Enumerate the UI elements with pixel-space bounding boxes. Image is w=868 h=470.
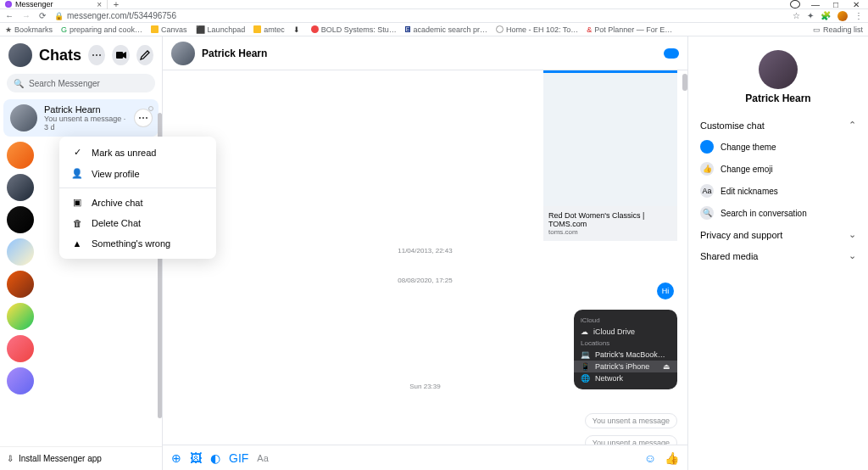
thumbs-up-icon[interactable]: 👍 — [665, 451, 679, 465]
bookmark-item[interactable]: ⬇ — [293, 25, 303, 34]
account-indicator-icon[interactable] — [790, 0, 800, 8]
details-panel: Patrick Hearn Customise chat⌃ Change the… — [688, 36, 868, 470]
menu-report[interactable]: ▲Something's wrong — [59, 233, 216, 254]
address-bar: ← → ⟳ 🔒 messenger.com/t/534496756 ☆ ✦ 🧩 … — [0, 9, 868, 23]
new-tab-button[interactable]: + — [108, 0, 125, 9]
more-options-button[interactable]: ⋯ — [88, 45, 105, 65]
profile-avatar[interactable] — [759, 50, 798, 89]
bookmark-item[interactable]: Home - EH 102: To… — [496, 25, 578, 34]
warning-icon: ▲ — [71, 238, 83, 249]
bookmark-item[interactable]: &Pot Planner — For E… — [587, 25, 672, 34]
menu-mark-unread[interactable]: ✓Mark as unread — [59, 142, 216, 163]
search-input[interactable]: 🔍 Search Messenger — [7, 74, 155, 92]
message-bubble[interactable]: Hi — [657, 283, 674, 299]
option-search-conversation[interactable]: 🔍Search in conversation — [698, 202, 858, 224]
maximize-button[interactable]: □ — [831, 0, 841, 9]
thumb-icon: 👍 — [700, 162, 714, 176]
conversation-item[interactable] — [7, 271, 34, 298]
gif-icon[interactable]: GIF — [229, 451, 248, 465]
menu-icon[interactable]: ⋮ — [854, 11, 863, 20]
reload-button[interactable]: ⟳ — [39, 11, 46, 20]
conversation-more-button[interactable]: ⋯ — [135, 109, 152, 126]
minimize-button[interactable]: — — [810, 0, 821, 9]
browser-tab[interactable]: Messenger × — [0, 0, 108, 9]
conversation-item[interactable] — [7, 174, 34, 201]
emoji-icon[interactable]: ☺ — [644, 451, 656, 465]
back-button[interactable]: ← — [5, 11, 14, 20]
phone-icon: 📱 — [581, 362, 590, 371]
svg-rect-0 — [116, 52, 123, 59]
install-app-button[interactable]: ⇩ Install Messenger app — [0, 446, 162, 470]
link-preview-domain: toms.com — [548, 228, 672, 236]
section-privacy[interactable]: Privacy and support⌄ — [698, 224, 858, 245]
attachment-card[interactable]: iCloud ☁iCloud Drive Locations 💻Patrick'… — [574, 310, 677, 389]
chat-scrollbar[interactable] — [682, 74, 687, 91]
my-avatar[interactable] — [8, 43, 32, 67]
icloud-drive-row[interactable]: ☁iCloud Drive — [581, 326, 670, 338]
video-room-button[interactable] — [112, 45, 129, 65]
chat-title[interactable]: Patrick Hearn — [202, 48, 267, 59]
conversation-item[interactable] — [7, 238, 34, 266]
compose-button[interactable] — [136, 45, 153, 65]
message-area: Red Dot Women's Classics | TOMS.com toms… — [163, 70, 687, 445]
bookmark-item[interactable]: amtec — [253, 25, 285, 34]
profile-avatar-icon[interactable] — [837, 11, 848, 21]
reading-list-button[interactable]: ▭Reading list — [813, 25, 863, 34]
section-media[interactable]: Shared media⌄ — [698, 245, 858, 266]
close-tab-icon[interactable]: × — [97, 0, 102, 9]
laptop-icon: 💻 — [581, 350, 590, 359]
eject-icon[interactable]: ⏏ — [663, 362, 670, 371]
macbook-row[interactable]: 💻Patrick's MacBook… — [581, 349, 670, 361]
bookmark-item[interactable]: Canvas — [151, 25, 187, 34]
conversation-item[interactable] — [7, 335, 34, 362]
chat-action-button[interactable] — [664, 48, 679, 59]
sticker-icon[interactable]: ◐ — [210, 451, 220, 465]
chats-title: Chats — [39, 47, 81, 64]
contact-subtext: You unsent a message · 3 d — [44, 115, 128, 131]
section-customise[interactable]: Customise chat⌃ — [698, 115, 858, 136]
link-preview-card[interactable]: Red Dot Women's Classics | TOMS.com toms… — [543, 70, 677, 241]
forward-button[interactable]: → — [22, 11, 31, 20]
bookmark-item[interactable]: ★Bookmarks — [5, 25, 53, 34]
archive-icon: ▣ — [71, 197, 83, 208]
plus-icon[interactable]: ⊕ — [171, 451, 181, 465]
link-preview-title: Red Dot Women's Classics | TOMS.com — [548, 211, 672, 228]
theme-dot-icon — [700, 140, 714, 154]
conversation-item-active[interactable]: Patrick Hearn You unsent a message · 3 d… — [3, 99, 159, 137]
option-change-theme[interactable]: Change theme — [698, 136, 858, 158]
bookmark-item[interactable]: BOLD Systems: Stu… — [311, 25, 397, 34]
option-edit-nicknames[interactable]: AaEdit nicknames — [698, 180, 858, 202]
install-label: Install Messenger app — [19, 454, 102, 463]
conversation-item[interactable] — [7, 142, 34, 169]
conversation-item[interactable] — [7, 303, 34, 330]
menu-view-profile[interactable]: 👤View profile — [59, 163, 216, 184]
cloud-icon: ☁ — [581, 327, 588, 336]
menu-delete-chat[interactable]: 🗑Delete Chat — [59, 213, 216, 233]
puzzle-icon[interactable]: 🧩 — [821, 11, 831, 20]
option-change-emoji[interactable]: 👍Change emoji — [698, 158, 858, 180]
url-field[interactable]: 🔒 messenger.com/t/534496756 — [54, 11, 176, 20]
profile-name: Patrick Hearn — [698, 92, 858, 104]
image-icon[interactable]: 🖼 — [190, 451, 202, 465]
star-icon[interactable]: ☆ — [793, 11, 800, 20]
chevron-down-icon: ⌄ — [849, 229, 856, 240]
menu-separator — [59, 187, 216, 188]
iphone-row[interactable]: 📱Patrick's iPhone⏏ — [574, 361, 677, 372]
messenger-app: Chats ⋯ 🔍 Search Messenger Patrick Hearn… — [0, 36, 868, 470]
tab-title: Messenger — [15, 0, 53, 8]
bookmark-item[interactable]: Gpreparing and cook… — [61, 25, 142, 34]
network-row[interactable]: 🌐Network — [581, 372, 670, 384]
unsent-message: You unsent a message — [585, 413, 677, 428]
chevron-down-icon: ⌄ — [849, 250, 856, 261]
status-dot — [148, 106, 153, 111]
chat-avatar[interactable] — [171, 42, 195, 65]
conversation-item[interactable] — [7, 206, 34, 233]
menu-archive-chat[interactable]: ▣Archive chat — [59, 192, 216, 213]
conversation-item[interactable] — [7, 367, 34, 394]
extensions-icon[interactable]: ✦ — [807, 11, 814, 20]
bookmark-item[interactable]: ⬛Launchpad — [196, 25, 246, 34]
chevron-up-icon: ⌃ — [849, 120, 856, 131]
message-input[interactable]: Aa — [257, 453, 635, 463]
bookmark-item[interactable]: Eacademic search pr… — [405, 25, 487, 34]
close-window-button[interactable]: ✕ — [851, 0, 861, 9]
